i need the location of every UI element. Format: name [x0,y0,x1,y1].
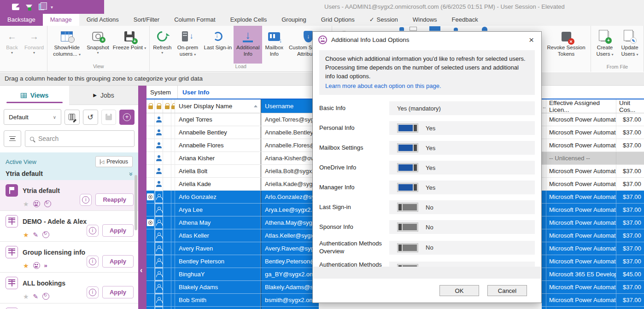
unit-cost-cell[interactable]: $37.00 [616,204,644,216]
on-prem-users-button[interactable]: ↓ On-prem users ▾ [174,26,202,64]
unit-cost-cell[interactable]: $37.00 [616,294,644,306]
unit-cost-cell[interactable]: $37.00 [616,139,644,152]
reapply-button[interactable]: Reapply [95,193,134,206]
username-cell[interactable]: Ariana-Kisher@ovh [261,152,319,164]
license-cell[interactable]: Microsoft Power Automat [546,165,616,177]
column-header-display-name[interactable]: User Display Name [175,99,261,113]
license-cell[interactable]: Microsoft Power Automat [546,191,616,203]
unit-cost-cell[interactable]: $37.00 [616,113,644,126]
unit-cost-cell[interactable]: $37.00 [616,281,644,293]
forward-button[interactable]: → Forward▾ [23,26,46,64]
table-row[interactable]: Microsoft Power Automat$37.00 [542,204,644,216]
license-cell[interactable]: Microsoft Power Automat [546,294,616,306]
user-display-name-cell[interactable]: Annabelle Flores [175,139,261,152]
unit-cost-cell[interactable]: $37.00 [616,255,644,268]
view-item-group-licensing-info[interactable]: Group licensing info★»iApply [0,242,138,273]
sidebar-scrollbar[interactable] [135,175,137,230]
tab-manage[interactable]: Manage [43,14,79,26]
table-row[interactable]: Annabelle FloresAnnabelle.Flores@s [146,139,319,152]
lock-column-header[interactable] [146,99,155,113]
unit-cost-cell[interactable]: $37.00 [616,229,644,242]
table-row[interactable]: Athena MayAthena.May@sygx2 [146,216,319,229]
license-cell[interactable]: Microsoft Power Automat [546,178,616,190]
tab-column-format[interactable]: Column Format [167,14,223,26]
column-header-username[interactable]: Username [261,99,319,113]
username-cell[interactable]: Avery.Raven@sygx [261,242,319,255]
user-display-name-cell[interactable]: BinghuaY [175,268,261,280]
lock-column-header[interactable] [163,99,171,113]
star-icon[interactable]: ★ [23,262,29,269]
user-display-name-cell[interactable]: Arlo Gonzalez [175,191,261,203]
license-cell[interactable]: Microsoft Power Automat [546,281,616,293]
tab-session[interactable]: ✓Session [362,14,405,26]
table-row[interactable]: Microsoft Power Automat$37.00 [542,216,644,229]
toggle-on[interactable] [397,163,418,172]
tab-windows[interactable]: Windows [405,14,445,26]
tab-grouping[interactable]: Grouping [274,14,313,26]
username-cell[interactable]: Annabelle.Flores@s [261,139,319,152]
username-cell[interactable]: bsmith@sygx2.onm [261,294,319,306]
unit-cost-cell[interactable]: $37.00 [616,242,644,255]
table-row[interactable]: Atlas KellerAtlas.Keller@sygx2 [146,229,319,242]
tab-views[interactable]: Views [0,86,69,105]
toggle-off[interactable] [397,222,418,232]
username-cell[interactable]: Blakely.Adams@syg [261,281,319,293]
table-row[interactable]: Microsoft Power Automat$37.00 [542,126,644,139]
license-cell[interactable]: Microsoft Power Automat [546,229,616,242]
tab-backstage[interactable]: Backstage [0,14,43,26]
user-display-name-cell[interactable]: Ariella Kade [175,178,261,190]
table-row[interactable]: -- Unlicensed -- [542,152,644,165]
toggle-off[interactable] [397,203,418,212]
table-row[interactable]: Microsoft Power Automat$37.00 [542,178,644,191]
table-row[interactable]: Microsoft Power Automat$37.00 [542,191,644,204]
unit-cost-cell[interactable] [616,307,644,309]
save-view-button[interactable] [101,110,117,125]
user-display-name-cell[interactable]: Bob Smith [175,294,261,306]
username-cell[interactable]: Annabelle.Bentley@ [261,126,319,139]
search-input[interactable]: Search [25,130,135,147]
user-display-name-cell[interactable]: Annabelle Bentley [175,126,261,139]
table-row[interactable]: Ariana KisherAriana-Kisher@ovh [146,152,319,165]
user-display-name-cell[interactable] [175,307,261,309]
tab-feedback[interactable]: Feedback [445,14,486,26]
unit-cost-cell[interactable] [616,152,644,164]
tab-grid-options[interactable]: Grid Options [314,14,362,26]
table-row[interactable]: Blakely AdamsBlakely.Adams@syg [146,281,319,294]
tab-explode-cells[interactable]: Explode Cells [223,14,275,26]
refresh-button[interactable]: Refresh▾ [151,26,173,64]
toggle-on[interactable] [397,143,418,152]
lock-column-header-partial[interactable] [171,99,175,113]
tab-grid-actions[interactable]: Grid Actions [79,14,126,26]
username-cell[interactable]: Angel.Torres@sygx [261,113,319,126]
undo-button[interactable]: ↺ [83,110,98,125]
table-row[interactable] [542,307,644,309]
star-icon[interactable]: ★ [23,201,29,207]
user-display-name-cell[interactable]: Ariella Bolt [175,165,261,177]
toggle-on[interactable] [397,183,418,192]
table-row[interactable]: Microsoft Power Automat$37.00 [542,242,644,255]
learn-more-link[interactable]: Learn more about each option on this pag… [325,82,529,91]
license-cell[interactable]: Microsoft 365 E5 Develop [546,268,616,280]
update-users-button[interactable]: ✎ Update Users ▾ [617,26,642,64]
manage-views-button[interactable] [64,110,80,125]
close-icon[interactable]: × [527,35,536,44]
tab-jobs[interactable]: ▶ Jobs [69,86,138,105]
unit-cost-cell[interactable]: $37.00 [616,126,644,139]
license-cell[interactable] [546,307,616,309]
table-row[interactable]: Ariella KadeAriella.Kade@sygx2 [146,178,319,191]
qat-dropdown-icon[interactable]: ▾ [51,5,53,10]
filter-quick-icon[interactable] [26,5,32,9]
license-cell[interactable]: Microsoft Power Automat [546,255,616,268]
toggle-on[interactable] [397,123,418,133]
ok-button[interactable]: OK [439,285,479,296]
username-cell[interactable]: Bentley.Peterson@ [261,255,319,268]
table-row[interactable]: Microsoft Power Automat$37.00 [542,294,644,307]
show-hide-columns-button[interactable]: Show/Hide columns... ▾ [49,26,85,64]
view-item-ytria-default[interactable]: Ytria default★iReapply [0,180,138,211]
chevron-double-down-icon[interactable]: » [128,172,135,175]
columns-quick-icon[interactable] [39,4,44,10]
column-header-license[interactable]: Effective Assigned Licen... [546,99,616,113]
table-row[interactable]: Angel TorresAngel.Torres@sygx [146,113,319,126]
mailbox-info-button[interactable]: Mailbox Info [262,26,286,64]
unit-cost-cell[interactable]: $37.00 [616,216,644,229]
